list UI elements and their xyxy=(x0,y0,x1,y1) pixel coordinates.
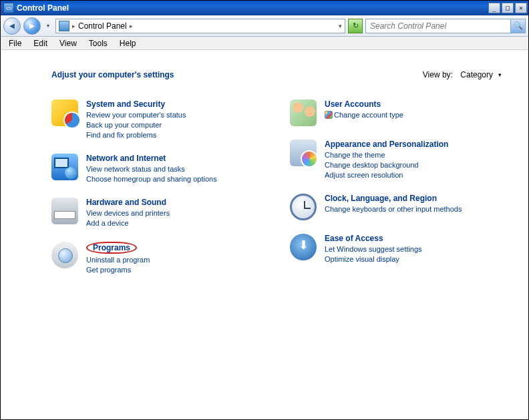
search-button[interactable]: 🔍 xyxy=(510,19,525,33)
link-homegroup[interactable]: Choose homegroup and sharing options xyxy=(86,174,217,184)
search-box[interactable]: 🔍 xyxy=(365,19,526,33)
window-buttons: _ □ ✕ xyxy=(487,3,528,13)
app-icon: ▭ xyxy=(3,3,14,13)
link-screen-resolution[interactable]: Adjust screen resolution xyxy=(325,170,448,180)
link-optimize-display[interactable]: Optimize visual display xyxy=(325,254,422,264)
link-uninstall-program[interactable]: Uninstall a program xyxy=(86,255,150,265)
title-bar: ▭ Control Panel _ □ ✕ xyxy=(1,1,528,15)
link-get-programs[interactable]: Get programs xyxy=(86,265,150,275)
page-heading: Adjust your computer's settings xyxy=(51,70,423,79)
minimize-button[interactable]: _ xyxy=(488,3,500,13)
category-network-internet: Network and Internet View network status… xyxy=(51,154,263,184)
category-ease-of-access: Ease of Access Let Windows suggest setti… xyxy=(290,234,502,264)
nav-back-button[interactable]: ◄ xyxy=(3,17,21,35)
link-review-status[interactable]: Review your computer's status xyxy=(86,110,186,120)
link-add-device[interactable]: Add a device xyxy=(86,218,170,228)
link-change-keyboards[interactable]: Change keyboards or other input methods xyxy=(325,204,462,214)
link-network-status[interactable]: View network status and tasks xyxy=(86,164,217,174)
category-title-users[interactable]: User Accounts xyxy=(325,99,403,109)
content-header: Adjust your computer's settings View by:… xyxy=(51,70,502,79)
menu-view[interactable]: View xyxy=(54,37,82,49)
link-change-background[interactable]: Change desktop background xyxy=(325,160,448,170)
category-grid: System and Security Review your computer… xyxy=(51,99,502,275)
disc-box-icon xyxy=(51,242,78,268)
category-column-right: User Accounts Change account type Appear… xyxy=(290,99,502,275)
link-fix-problems[interactable]: Find and fix problems xyxy=(86,130,186,140)
shield-chart-icon xyxy=(51,99,78,126)
menu-file[interactable]: File xyxy=(3,37,27,49)
category-title-clock[interactable]: Clock, Language, and Region xyxy=(325,194,462,203)
close-button[interactable]: ✕ xyxy=(515,3,527,13)
nav-bar: ◄ ► ▾ ▸ Control Panel ▸ ▾ ↻ 🔍 xyxy=(1,15,528,37)
view-by: View by: Category xyxy=(423,70,502,79)
category-title-programs[interactable]: Programs xyxy=(86,242,150,254)
menu-tools[interactable]: Tools xyxy=(83,37,113,49)
category-programs: Programs Uninstall a program Get program… xyxy=(51,242,263,275)
content-area: Adjust your computer's settings View by:… xyxy=(1,50,528,419)
category-clock-language-region: Clock, Language, and Region Change keybo… xyxy=(290,194,502,220)
maximize-button[interactable]: □ xyxy=(502,3,514,13)
breadcrumb-separator-icon: ▸ xyxy=(72,23,75,29)
people-icon xyxy=(290,99,317,126)
menu-edit[interactable]: Edit xyxy=(28,37,53,49)
address-bar[interactable]: ▸ Control Panel ▸ ▾ xyxy=(55,19,345,33)
uac-shield-icon xyxy=(325,111,333,119)
nav-forward-button[interactable]: ► xyxy=(23,17,41,35)
nav-history-dropdown[interactable]: ▾ xyxy=(43,18,53,34)
refresh-button[interactable]: ↻ xyxy=(348,19,363,33)
category-user-accounts: User Accounts Change account type xyxy=(290,99,502,126)
view-by-dropdown[interactable]: Category xyxy=(460,70,502,79)
ease-of-access-icon xyxy=(290,234,317,260)
view-by-label: View by: xyxy=(423,70,453,79)
menu-bar: File Edit View Tools Help xyxy=(1,37,528,50)
search-input[interactable] xyxy=(366,21,510,31)
window-title: Control Panel xyxy=(17,3,487,13)
address-path: Control Panel xyxy=(78,21,127,31)
link-backup[interactable]: Back up your computer xyxy=(86,120,186,130)
category-title-appearance[interactable]: Appearance and Personalization xyxy=(325,140,448,149)
category-title-hardware[interactable]: Hardware and Sound xyxy=(86,198,170,207)
menu-help[interactable]: Help xyxy=(114,37,142,49)
link-change-theme[interactable]: Change the theme xyxy=(325,150,448,160)
link-change-account-type[interactable]: Change account type xyxy=(325,110,403,120)
category-title-system[interactable]: System and Security xyxy=(86,99,186,109)
address-dropdown-icon[interactable]: ▾ xyxy=(339,23,342,29)
category-title-ease[interactable]: Ease of Access xyxy=(325,234,422,243)
link-suggest-settings[interactable]: Let Windows suggest settings xyxy=(325,244,422,254)
category-title-network[interactable]: Network and Internet xyxy=(86,154,217,163)
control-panel-icon xyxy=(59,21,69,31)
category-appearance: Appearance and Personalization Change th… xyxy=(290,140,502,180)
category-system-security: System and Security Review your computer… xyxy=(51,99,263,140)
category-hardware-sound: Hardware and Sound View devices and prin… xyxy=(51,198,263,228)
link-view-devices[interactable]: View devices and printers xyxy=(86,208,170,218)
globe-network-icon xyxy=(51,154,78,180)
printer-hardware-icon xyxy=(51,198,78,224)
breadcrumb-separator-icon[interactable]: ▸ xyxy=(130,23,133,29)
highlight-annotation: Programs xyxy=(86,242,137,254)
monitor-palette-icon xyxy=(290,140,317,166)
category-column-left: System and Security Review your computer… xyxy=(51,99,263,275)
clock-icon xyxy=(290,194,317,220)
